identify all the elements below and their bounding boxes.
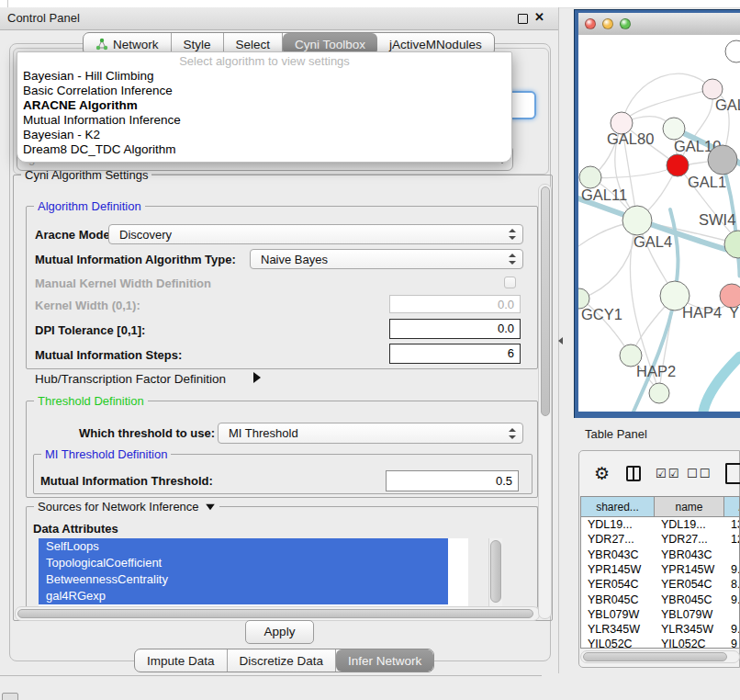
data-attributes-list: SelfLoopsTopologicalCoefficientBetweenne…	[39, 538, 468, 606]
table-cell[interactable]: YBL079W	[581, 607, 655, 622]
column-header-3[interactable]: A	[724, 497, 740, 517]
data-attribute-item[interactable]: BetweennessCentrality	[39, 571, 448, 588]
combo-arrows-icon	[509, 428, 516, 439]
table-cell[interactable]: YPR145W	[581, 562, 655, 577]
network-node-gal4[interactable]	[622, 206, 652, 235]
tab-label: Network	[113, 38, 159, 51]
mi-threshold-group-title: MI Threshold Definition	[41, 447, 171, 461]
table-cell[interactable]: 9.	[724, 622, 740, 637]
which-threshold-label: Which threshold to use:	[79, 423, 215, 444]
node-label: SWI4	[699, 211, 735, 228]
table-cell[interactable]: YER054C	[581, 577, 655, 592]
tab-discretize-data[interactable]: Discretize Data	[228, 649, 337, 672]
tab-label: Discretize Data	[240, 654, 324, 668]
dpi-tolerance-input[interactable]: 0.0	[389, 319, 521, 339]
settings-hscrollbar[interactable]	[15, 606, 540, 621]
network-node-swi4[interactable]	[724, 231, 740, 258]
deselect-all-checkboxes-icon[interactable]: ☐☐	[687, 467, 712, 480]
zoom-traffic-light-icon[interactable]	[620, 18, 631, 29]
gear-icon[interactable]: ⚙	[594, 464, 610, 484]
kernel-width-label: Kernel Width (0,1):	[35, 299, 140, 312]
node-label: GCY1	[581, 306, 622, 322]
settings-hscrollbar-thumb[interactable]	[17, 609, 533, 618]
network-node-gal10[interactable]	[663, 118, 685, 140]
mi-steps-label: Mutual Information Steps:	[35, 348, 182, 362]
mi-threshold-input[interactable]: 0.5	[386, 470, 519, 491]
table-cell[interactable]: YDL19...	[655, 517, 724, 532]
mi-steps-input[interactable]: 6	[389, 344, 521, 364]
algorithm-option[interactable]: Bayesian - K2	[17, 128, 511, 142]
mi-type-combobox[interactable]: Naive Bayes	[250, 249, 523, 269]
which-threshold-combobox[interactable]: MI Threshold	[218, 423, 523, 444]
table-cell[interactable]: YBR045C	[581, 593, 655, 607]
table-cell[interactable]: YLR345W	[581, 622, 655, 637]
table-cell[interactable]: 8.	[724, 577, 740, 592]
float-window-icon[interactable]	[518, 14, 528, 24]
network-node[interactable]	[725, 40, 740, 62]
corner-button[interactable]	[2, 693, 18, 700]
network-window-titlebar[interactable]	[578, 13, 740, 36]
table-cell[interactable]: YBR043C	[655, 548, 724, 562]
table-hscrollbar-thumb[interactable]	[583, 652, 727, 661]
settings-vscrollbar-thumb[interactable]	[541, 186, 550, 416]
algorithm-option[interactable]: Dream8 DC_TDC Algorithm	[17, 142, 511, 157]
table-cell[interactable]: YDR27...	[581, 532, 655, 547]
network-canvas[interactable]: GALGAL80GAL10GAL1GAL11SWI4GAL4GCY1HAP4YH…	[578, 35, 740, 412]
data-attribute-item[interactable]: SelfLoops	[39, 538, 448, 555]
close-traffic-light-icon[interactable]	[585, 18, 596, 29]
data-attribute-item[interactable]: gal4RGexp	[39, 588, 448, 604]
minimize-traffic-light-icon[interactable]	[602, 18, 613, 29]
network-node[interactable]	[649, 383, 669, 403]
network-node-gal11[interactable]	[579, 166, 601, 188]
algorithm-option[interactable]: Mutual Information Inference	[17, 113, 511, 128]
algorithm-option[interactable]: Basic Correlation Inference	[17, 84, 511, 98]
splitter-collapse-arrow[interactable]	[558, 337, 563, 344]
table-cell[interactable]: YBR045C	[655, 593, 724, 607]
table-cell[interactable]: YLR345W	[655, 622, 724, 637]
control-panel-title: Control Panel	[7, 11, 80, 25]
table-cell[interactable]: YDL19...	[581, 517, 655, 532]
tab-impute-data[interactable]: Impute Data	[135, 649, 228, 672]
control-panel: Control Panel ✕ NetworkStyleSelectCyni T…	[0, 7, 559, 673]
table-cell[interactable]: YIL052C	[581, 637, 655, 649]
sources-collapse-arrow-icon[interactable]	[206, 503, 215, 509]
select-all-checkboxes-icon[interactable]: ☑☑	[656, 467, 680, 480]
settings-vscrollbar[interactable]	[538, 184, 552, 619]
algorithm-option[interactable]: Bayesian - Hill Climbing	[17, 69, 511, 84]
column-header-2[interactable]: name	[655, 497, 724, 517]
document-icon[interactable]	[725, 463, 740, 484]
node-label: GAL80	[607, 130, 654, 147]
column-header-1[interactable]: shared...	[581, 497, 655, 517]
table-cell[interactable]: YER054C	[655, 577, 724, 592]
attributes-scrollbar-thumb[interactable]	[490, 540, 501, 603]
table-cell[interactable]: 13	[724, 517, 740, 532]
tab-label: Infer Network	[348, 654, 421, 668]
hub-expand-arrow-icon[interactable]	[253, 372, 261, 383]
algorithm-option[interactable]: ARACNE Algorithm	[17, 98, 511, 113]
data-attribute-item[interactable]: TopologicalCoefficient	[39, 555, 448, 571]
apply-button[interactable]: Apply	[245, 620, 314, 644]
aracne-mode-combobox[interactable]: Discovery	[108, 224, 523, 244]
columns-icon[interactable]	[626, 466, 641, 481]
table-cell[interactable]: 9	[724, 637, 740, 649]
table-cell[interactable]: YBR043C	[581, 548, 655, 562]
attributes-scrollbar[interactable]	[488, 538, 502, 606]
table-cell[interactable]: 12	[724, 532, 740, 547]
kernel-width-input[interactable]: 0.0	[389, 295, 521, 313]
close-icon[interactable]: ✕	[534, 10, 544, 24]
table-cell[interactable]: YIL052C	[655, 637, 724, 649]
top-tick-divider	[7, 0, 8, 7]
table-cell[interactable]: 9.	[724, 562, 740, 577]
network-node[interactable]	[708, 145, 737, 175]
table-cell[interactable]: YDR27...	[655, 532, 724, 547]
manual-kernel-checkbox[interactable]	[504, 277, 516, 288]
table-cell[interactable]: YBL079W	[655, 607, 724, 622]
bottom-tabs: Impute DataDiscretize DataInfer Network	[134, 649, 434, 672]
tab-label: Cyni Toolbox	[295, 38, 365, 51]
tab-infer-network[interactable]: Infer Network	[336, 649, 433, 672]
table-cell[interactable]: YPR145W	[655, 562, 724, 577]
dpi-tolerance-label: DPI Tolerance [0,1]:	[35, 323, 145, 337]
network-node-gal1[interactable]	[667, 154, 689, 176]
aracne-mode-label: Aracne Mode:	[35, 225, 114, 245]
table-cell[interactable]: 9.	[724, 593, 740, 607]
